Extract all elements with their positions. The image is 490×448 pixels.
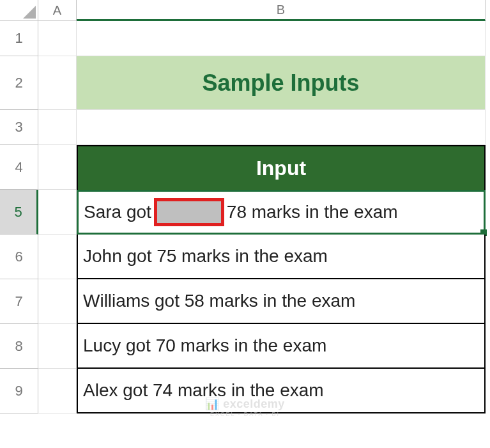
cell-b7[interactable]: Williams got 58 marks in the exam (77, 279, 486, 324)
cell-text-left: Sara got (84, 202, 151, 222)
select-all-corner[interactable] (0, 0, 38, 21)
row-header-1[interactable]: 1 (0, 21, 38, 56)
row-header-8[interactable]: 8 (0, 324, 38, 369)
row-header-6[interactable]: 6 (0, 235, 38, 279)
cell-a5[interactable] (38, 190, 77, 235)
cell-a4[interactable] (38, 145, 77, 190)
cell-b1[interactable] (77, 21, 486, 56)
cell-b8[interactable]: Lucy got 70 marks in the exam (77, 324, 486, 369)
cell-a7[interactable] (38, 279, 77, 324)
cell-a8[interactable] (38, 324, 77, 369)
row-header-4[interactable]: 4 (0, 145, 38, 190)
row-header-5[interactable]: 5 (0, 190, 38, 235)
title-cell[interactable]: Sample Inputs (77, 56, 486, 110)
row-header-2[interactable]: 2 (0, 56, 38, 110)
cell-a6[interactable] (38, 235, 77, 279)
highlighted-blank-region (154, 198, 224, 226)
cell-a2[interactable] (38, 56, 77, 110)
cell-a1[interactable] (38, 21, 77, 56)
cell-b5-selected[interactable]: Sara got 78 marks in the exam (77, 190, 486, 235)
column-header-a[interactable]: A (38, 0, 77, 21)
row-header-7[interactable]: 7 (0, 279, 38, 324)
row-header-9[interactable]: 9 (0, 369, 38, 413)
cell-a3[interactable] (38, 110, 77, 145)
column-header-b[interactable]: B (77, 0, 486, 21)
row-header-3[interactable]: 3 (0, 110, 38, 145)
cell-b6[interactable]: John got 75 marks in the exam (77, 235, 486, 279)
cell-b3[interactable] (77, 110, 486, 145)
table-header-cell[interactable]: Input (77, 145, 486, 190)
cell-text-right: 78 marks in the exam (227, 202, 398, 222)
cell-a9[interactable] (38, 369, 77, 413)
cell-b9[interactable]: Alex got 74 marks in the exam (77, 369, 486, 413)
spreadsheet-grid: A B 1 2 Sample Inputs 3 4 Input 5 Sara g… (0, 0, 490, 413)
